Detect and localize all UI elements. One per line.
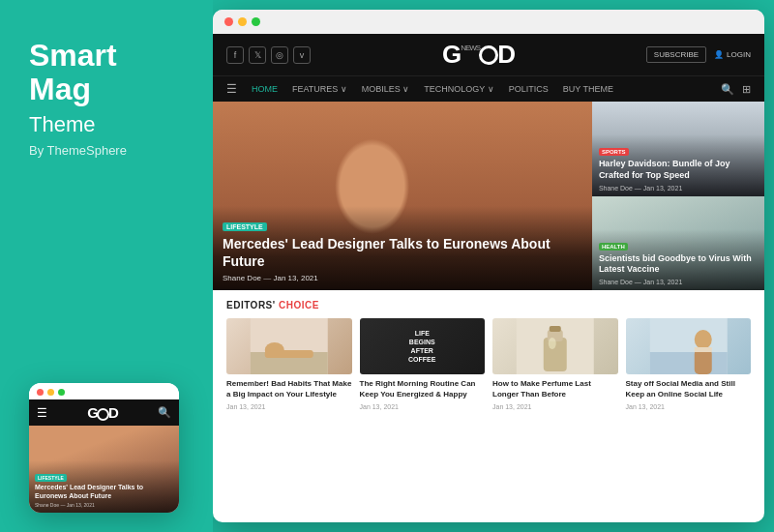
health-title: Scientists bid Goodbye to Virus With Lat… — [599, 253, 758, 276]
hamburger-icon[interactable]: ☰ — [226, 82, 237, 96]
sports-title: Harley Davidson: Bundle of Joy Crafted f… — [599, 159, 758, 181]
browser-dot-red — [224, 17, 233, 26]
editors-header: EDITORS' CHOICE — [226, 300, 751, 310]
social-icons: f 𝕏 ◎ v — [226, 46, 311, 64]
site-logo: G NEWS D — [442, 40, 515, 70]
mobile-dot-red — [37, 389, 44, 396]
nav-home[interactable]: HOME — [246, 81, 283, 97]
editor-card-4-title: Stay off Social Media and Still Keep an … — [626, 379, 752, 400]
editor-card-1-image — [226, 318, 352, 374]
vimeo-icon[interactable]: v — [293, 46, 311, 64]
facebook-icon[interactable]: f — [226, 46, 244, 64]
browser-dot-yellow — [238, 17, 247, 26]
hero-main-title: Mercedes' Lead Designer Talks to Euronew… — [223, 235, 582, 270]
nav-search-icon[interactable]: 🔍 — [721, 83, 734, 96]
editor-card-3-date: Jan 13, 2021 — [492, 403, 618, 410]
editor-card-3[interactable]: How to Make Perfume Last Longer Than Bef… — [492, 318, 618, 410]
brand-subtitle: Theme — [29, 112, 95, 137]
svg-rect-13 — [694, 347, 711, 352]
mobile-lifestyle-badge: LIFESTYLE — [35, 474, 67, 482]
brand-by: By ThemeSphere — [29, 143, 127, 158]
sports-badge: SPORTS — [599, 148, 629, 156]
left-panel: SmartMag Theme By ThemeSphere ☰ GD 🔍 LIF… — [0, 0, 213, 532]
browser-dot-green — [252, 17, 260, 26]
hero-main-meta: Shane Doe — Jan 13, 2021 — [223, 274, 582, 282]
site-header: f 𝕏 ◎ v G NEWS D SUBSCRIBE 👤 LOGIN — [213, 34, 764, 75]
editor-card-1-date: Jan 13, 2021 — [226, 403, 352, 410]
browser-chrome — [213, 10, 764, 34]
editor-card-2-title: The Right Morning Routine Can Keep You E… — [360, 379, 486, 400]
browser-window: f 𝕏 ◎ v G NEWS D SUBSCRIBE 👤 LOGIN ☰ HOM… — [213, 10, 764, 522]
mobile-logo: GD — [87, 404, 118, 421]
editor-card-3-image — [492, 318, 618, 374]
health-badge: HEALTH — [599, 243, 628, 251]
mobile-hero-image: LIFESTYLE Mercedes' Lead Designer Talks … — [29, 426, 179, 513]
svg-rect-7 — [550, 326, 561, 332]
nav-left: ☰ HOME FEATURES ∨ MOBILES ∨ TECHNOLOGY ∨… — [226, 81, 619, 97]
editor-card-1[interactable]: Remember! Bad Habits That Make a Big Imp… — [226, 318, 352, 410]
logo-g: G — [442, 40, 461, 70]
instagram-icon[interactable]: ◎ — [271, 46, 288, 64]
mobile-hero-title: Mercedes' Lead Designer Talks to Euronew… — [35, 484, 173, 500]
nav-mobiles[interactable]: MOBILES ∨ — [356, 81, 416, 97]
nav-buytheme[interactable]: BUY THEME — [557, 81, 619, 97]
twitter-icon[interactable]: 𝕏 — [249, 46, 266, 64]
mobile-hero-overlay: LIFESTYLE Mercedes' Lead Designer Talks … — [29, 460, 179, 513]
editor-card-4-date: Jan 13, 2021 — [626, 403, 752, 410]
svg-rect-10 — [649, 352, 727, 374]
logo-d: D — [497, 40, 515, 70]
mobile-search-icon: 🔍 — [158, 406, 171, 419]
editor-card-2-date: Jan 13, 2021 — [360, 403, 486, 410]
hero-health-card[interactable]: HEALTH Scientists bid Goodbye to Virus W… — [592, 196, 764, 291]
hero-right: SPORTS Harley Davidson: Bundle of Joy Cr… — [592, 102, 764, 290]
health-overlay: HEALTH Scientists bid Goodbye to Virus W… — [592, 229, 764, 290]
login-button[interactable]: 👤 LOGIN — [714, 50, 751, 59]
nav-features[interactable]: FEATURES ∨ — [286, 81, 353, 97]
brand-title: SmartMag — [29, 39, 117, 106]
editor-card-3-title: How to Make Perfume Last Longer Than Bef… — [492, 379, 618, 400]
header-actions: SUBSCRIBE 👤 LOGIN — [646, 46, 751, 63]
editor-card-2-image: LIFEBEGINSAFTERCOFFEE — [360, 318, 486, 374]
editor-card-1-title: Remember! Bad Habits That Make a Big Imp… — [226, 379, 352, 400]
mobile-hero-meta: Shane Doe — Jan 13, 2021 — [35, 502, 173, 508]
editors-label: EDITORS' CHOICE — [226, 300, 319, 310]
mobile-preview: ☰ GD 🔍 LIFESTYLE Mercedes' Lead Designer… — [29, 383, 179, 513]
site-nav: ☰ HOME FEATURES ∨ MOBILES ∨ TECHNOLOGY ∨… — [213, 75, 764, 102]
editor-card-4-image — [626, 318, 752, 374]
svg-point-8 — [549, 338, 556, 349]
editor-card-2[interactable]: LIFEBEGINSAFTERCOFFEE The Right Morning … — [360, 318, 486, 410]
hero-section: LIFESTYLE Mercedes' Lead Designer Talks … — [213, 102, 764, 290]
hero-main-overlay: LIFESTYLE Mercedes' Lead Designer Talks … — [213, 206, 592, 290]
nav-right: 🔍 ⊞ — [721, 83, 751, 96]
hero-sports-card[interactable]: SPORTS Harley Davidson: Bundle of Joy Cr… — [592, 102, 764, 196]
mobile-dot-yellow — [47, 389, 54, 396]
mobile-dot-green — [58, 389, 65, 396]
editors-grid: Remember! Bad Habits That Make a Big Imp… — [226, 318, 751, 410]
health-meta: Shane Doe — Jan 13, 2021 — [599, 279, 758, 285]
lifestyle-badge: LIFESTYLE — [223, 222, 267, 231]
nav-technology[interactable]: TECHNOLOGY ∨ — [418, 81, 499, 97]
nav-toggle-icon[interactable]: ⊞ — [742, 83, 751, 96]
sports-meta: Shane Doe — Jan 13, 2021 — [599, 185, 758, 192]
svg-rect-12 — [694, 349, 711, 374]
nav-politics[interactable]: POLITICS — [503, 81, 554, 97]
editor-card-4[interactable]: Stay off Social Media and Still Keep an … — [626, 318, 752, 410]
coffee-text: LIFEBEGINSAFTERCOFFEE — [408, 329, 435, 364]
logo-o — [479, 45, 498, 65]
hero-main-card[interactable]: LIFESTYLE Mercedes' Lead Designer Talks … — [213, 102, 592, 290]
user-icon: 👤 — [714, 50, 724, 59]
mobile-hamburger-icon: ☰ — [37, 406, 47, 420]
mobile-chrome — [29, 383, 179, 399]
subscribe-button[interactable]: SUBSCRIBE — [646, 46, 706, 63]
editors-section: EDITORS' CHOICE Remember! Bad Habits Tha… — [213, 290, 764, 522]
logo-news-tag: NEWS — [461, 44, 480, 52]
svg-point-11 — [694, 330, 711, 349]
sports-overlay: SPORTS Harley Davidson: Bundle of Joy Cr… — [592, 134, 764, 195]
svg-rect-3 — [265, 350, 313, 358]
mobile-nav: ☰ GD 🔍 — [29, 399, 179, 426]
